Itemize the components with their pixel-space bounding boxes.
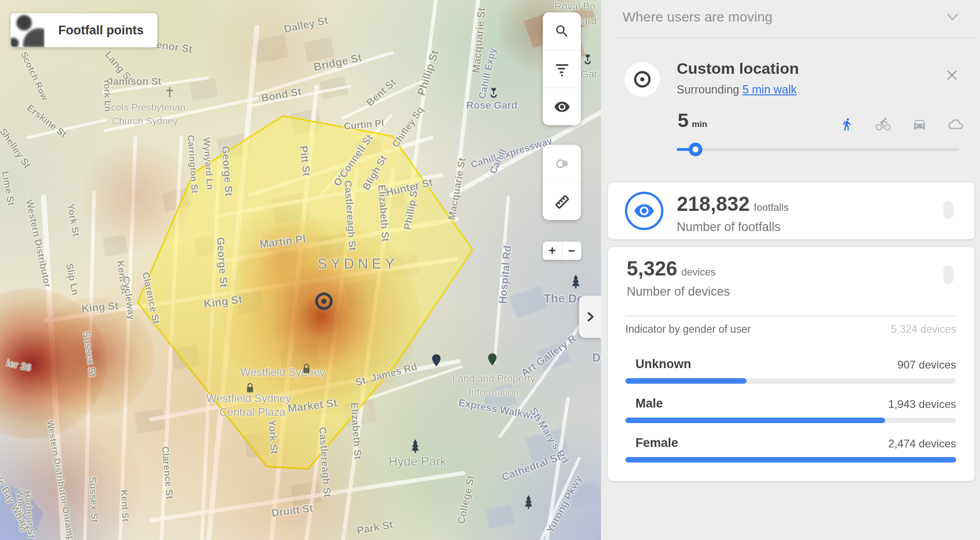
gender-bar-fill — [625, 378, 746, 384]
gender-bar-fill — [625, 457, 956, 463]
devices-count: 5,326devices — [627, 257, 716, 280]
eye-blue-icon — [634, 200, 655, 221]
eye-icon — [554, 99, 570, 115]
gender-value: 2,474 devices — [888, 437, 956, 450]
panel-collapse-button[interactable] — [946, 12, 959, 26]
walk-time-slider[interactable] — [677, 148, 959, 151]
footfalls-card: 218,832footfalls Number of footfalls — [608, 182, 974, 239]
mode-walk-button[interactable] — [838, 116, 856, 133]
footfalls-pill-toggle[interactable] — [943, 201, 953, 219]
header-divider — [618, 37, 975, 38]
app: Grosvenor StDalley StBridge StBond StLan… — [0, 0, 980, 540]
devices-caption: Number of devices — [627, 285, 730, 299]
panel-title: Where users are moving — [623, 9, 773, 25]
zoom-in-button[interactable]: + — [543, 242, 562, 260]
walk-time-link[interactable]: 5 min walk — [742, 83, 796, 96]
map-geometry — [0, 0, 601, 540]
brand-title: Footfall points — [45, 13, 157, 47]
panel-expand-tab[interactable] — [579, 296, 601, 338]
mode-bike-button[interactable] — [874, 116, 892, 133]
map-toolbar-primary — [543, 12, 581, 125]
close-location-button[interactable] — [944, 68, 960, 83]
mode-car-button[interactable] — [911, 116, 928, 133]
filter-button[interactable] — [543, 50, 581, 88]
devices-pill-toggle[interactable] — [943, 265, 953, 284]
side-panel: Where users are moving Custom location S… — [601, 0, 980, 540]
map-canvas[interactable]: Grosvenor StDalley StBridge StBond StLan… — [0, 0, 601, 540]
transport-modes — [838, 116, 964, 133]
slider-value: 5min — [678, 109, 707, 132]
footfalls-count: 218,832footfalls — [677, 193, 789, 215]
custom-location-marker[interactable] — [315, 292, 333, 310]
toggle-circles-icon — [554, 156, 570, 171]
filter-icon — [554, 61, 570, 77]
car-icon — [912, 117, 927, 132]
gender-value: 907 devices — [897, 358, 956, 371]
gender-bar-track — [625, 457, 956, 463]
brand-chip: Footfall points — [11, 13, 157, 47]
pedestrian-icon — [840, 117, 854, 132]
footfalls-caption: Number of footfalls — [677, 220, 781, 234]
gender-indicator-total: 5,324 devices — [891, 323, 956, 336]
location-title: Custom location — [677, 60, 799, 77]
brand-logo-icon — [11, 13, 45, 47]
close-icon — [945, 68, 959, 82]
location-badge — [625, 62, 660, 97]
map-toolbar-secondary — [543, 145, 581, 220]
zoom-out-button[interactable]: − — [562, 242, 582, 260]
location-subtitle: Surrounding 5 min walk — [677, 83, 796, 96]
chevron-right-icon — [584, 310, 596, 323]
gender-indicator-label: Indicator by gender of user — [625, 323, 751, 336]
visibility-button[interactable] — [543, 88, 581, 125]
search-icon — [554, 23, 570, 39]
isochrone-polygon — [138, 116, 473, 469]
measure-button[interactable] — [543, 182, 581, 220]
zoom-control: + − — [543, 242, 581, 260]
chevron-down-icon — [946, 12, 959, 24]
target-icon — [634, 71, 651, 88]
ruler-icon — [554, 193, 570, 210]
gender-label: Unknown — [635, 357, 691, 371]
devices-card: 5,326devices Number of devices Indicator… — [608, 247, 974, 481]
gender-bar-track — [625, 418, 956, 423]
gender-label: Female — [635, 436, 678, 450]
slider-handle[interactable] — [689, 143, 702, 156]
gender-bar-track — [625, 378, 956, 384]
gender-value: 1,943 devices — [888, 398, 956, 411]
mode-cloud-button[interactable] — [947, 116, 964, 133]
gender-bar-fill — [625, 418, 885, 423]
search-button[interactable] — [543, 12, 581, 50]
layers-toggle-button[interactable] — [543, 145, 581, 182]
gender-label: Male — [635, 397, 663, 411]
cloud-icon — [947, 117, 964, 132]
location-subtitle-prefix: Surrounding — [677, 83, 742, 96]
devices-divider — [625, 315, 956, 316]
footfalls-badge — [625, 192, 663, 230]
bicycle-icon — [875, 117, 891, 132]
